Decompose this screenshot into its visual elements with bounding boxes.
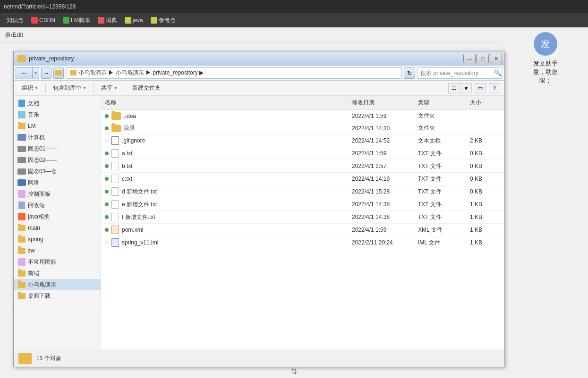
browser-bar: net/md/?articleId=12388/128 xyxy=(0,0,588,13)
share-label: 共享 xyxy=(101,84,112,92)
bookmark-label: 知识点 xyxy=(7,17,24,25)
new-folder-label: 新建文件夹 xyxy=(132,84,161,92)
minimize-button[interactable]: — xyxy=(463,54,476,63)
sidebar-item-17[interactable]: 桌面下载 xyxy=(14,290,101,302)
sidebar-label-10: java相关 xyxy=(28,213,50,221)
bottom-arrows: ⇅ xyxy=(291,367,297,376)
file-type-2: 文本文档 xyxy=(414,135,466,146)
sidebar-item-7[interactable]: 网络 xyxy=(14,177,101,188)
back-forward-group: ← ▼ xyxy=(16,67,39,79)
maximize-button[interactable]: □ xyxy=(477,54,489,63)
share-arrow: ▼ xyxy=(114,86,118,90)
sidebar-label-0: 文档 xyxy=(28,100,39,108)
sidebar-item-14[interactable]: 不常用图标 xyxy=(14,256,101,268)
sidebar-items: 文档音乐LM计算机固态01——固态02——固态03—仓网络控制面板回收站java… xyxy=(14,98,101,302)
toolbar-sep-3 xyxy=(125,84,125,93)
sidebar-icon-1 xyxy=(17,110,26,119)
file-name-2: .gitignore xyxy=(101,135,348,146)
share-button[interactable]: 共享 ▼ xyxy=(97,82,122,94)
sidebar-label-15: 前端 xyxy=(28,269,39,277)
file-name-text-6: d 新增文件.txt xyxy=(122,188,157,196)
title-bar-left: private_repository xyxy=(16,55,74,62)
close-button[interactable]: ✕ xyxy=(490,54,502,63)
sidebar-item-16[interactable]: 小乌龟演示 xyxy=(14,279,101,290)
table-row[interactable]: 目录2022/4/1 14:30文件夹 xyxy=(101,122,504,134)
sidebar-item-11[interactable]: main xyxy=(14,222,101,234)
sidebar-item-10[interactable]: java相关 xyxy=(14,211,101,222)
help-button[interactable]: ? xyxy=(489,83,500,93)
page-toolbar: 录/Edit xyxy=(0,27,588,42)
sidebar-icon-6 xyxy=(17,167,26,176)
bookmark-lm[interactable]: LM脚本 xyxy=(60,16,93,25)
refresh-button[interactable]: ↻ xyxy=(404,67,415,79)
table-row[interactable]: c.txt2022/4/1 14:19TXT 文件0 KB xyxy=(101,173,504,185)
include-library-label: 包含到库中 xyxy=(53,84,81,92)
sidebar-item-4[interactable]: 固态01—— xyxy=(14,143,101,154)
sidebar-icon-9 xyxy=(17,201,26,210)
view-details-button[interactable]: ▭ xyxy=(475,83,486,93)
sidebar-icon-2 xyxy=(17,122,26,130)
include-library-arrow: ▼ xyxy=(83,86,86,90)
file-date-9: 2022/4/1 1:59 xyxy=(348,225,414,235)
sidebar-icon-3 xyxy=(17,133,26,142)
table-row[interactable]: .idea2022/4/1 1:59文件夹 xyxy=(101,110,504,122)
bookmark-ref[interactable]: 参考点 xyxy=(148,16,179,25)
view-dropdown-button[interactable]: ▼ xyxy=(460,83,472,93)
bookmarks-bar: 知识点 CSDN LM脚本 词典 java 参考点 xyxy=(0,13,588,27)
table-row[interactable]: f 新增文件.txt2022/4/1 14:38TXT 文件1 KB xyxy=(101,211,504,224)
table-row[interactable]: a.txt2022/4/1 1:59TXT 文件0 KB xyxy=(101,147,504,160)
col-name[interactable]: 名称 xyxy=(101,97,348,108)
table-row[interactable]: e 新增文件.txt2022/4/1 14:38TXT 文件1 KB xyxy=(101,198,504,211)
table-row[interactable]: d 新增文件.txt2022/4/1 15:28TXT 文件0 KB xyxy=(101,185,504,198)
up-button[interactable] xyxy=(53,67,64,79)
page-toolbar-text: 录/Edit xyxy=(5,31,23,39)
sidebar-item-1[interactable]: 音乐 xyxy=(14,109,101,120)
address-path[interactable]: 小乌龟演示 ▶ 小乌龟演示 ▶ private_repository ▶ xyxy=(67,67,402,79)
svn-icon-0 xyxy=(105,114,109,118)
sidebar-label-1: 音乐 xyxy=(28,111,39,119)
view-list-button[interactable]: ☷ xyxy=(448,83,460,93)
sidebar-item-6[interactable]: 固态03—仓 xyxy=(14,166,101,177)
sidebar-item-13[interactable]: zw xyxy=(14,245,101,256)
sidebar-icon-12 xyxy=(17,235,26,244)
java-bm-icon xyxy=(125,17,131,24)
sidebar-item-0[interactable]: 文档 xyxy=(14,98,101,109)
table-row[interactable]: pom.xml2022/4/1 1:59XML 文件1 KB xyxy=(101,224,504,236)
col-size[interactable]: 大小 xyxy=(466,97,504,108)
search-input[interactable] xyxy=(418,70,494,76)
explorer-window: private_repository — □ ✕ ← ▼ → 小乌龟演示 ▶ 小… xyxy=(13,51,504,367)
search-button[interactable]: 🔍 xyxy=(494,68,502,78)
include-library-button[interactable]: 包含到库中 ▼ xyxy=(49,82,91,94)
bookmark-csdn[interactable]: CSDN xyxy=(28,16,58,25)
table-row[interactable]: b.txt2022/4/1 2:57TXT 文件0 KB xyxy=(101,160,504,173)
forward-button[interactable]: → xyxy=(41,67,51,79)
sidebar-item-5[interactable]: 固态02—— xyxy=(14,154,101,166)
new-folder-button[interactable]: 新建文件夹 xyxy=(128,82,165,94)
sidebar-item-2[interactable]: LM xyxy=(14,120,101,132)
sidebar-item-15[interactable]: 前端 xyxy=(14,268,101,279)
back-button[interactable]: ← xyxy=(16,67,33,79)
path-text: 小乌龟演示 ▶ 小乌龟演示 ▶ private_repository ▶ xyxy=(78,69,204,77)
file-name-6: d 新增文件.txt xyxy=(101,186,348,197)
sidebar-item-8[interactable]: 控制面板 xyxy=(14,188,101,200)
organize-button[interactable]: 组织 ▼ xyxy=(17,82,43,94)
col-date[interactable]: 修改日期 xyxy=(348,97,414,108)
sidebar-icon-17 xyxy=(17,292,26,300)
search-box[interactable]: 🔍 xyxy=(417,67,502,79)
sidebar-item-9[interactable]: 回收站 xyxy=(14,200,101,211)
csdn-icon xyxy=(31,17,38,24)
file-name-10: spring_v11.iml xyxy=(101,237,348,248)
bookmark-zhishidian[interactable]: 知识点 xyxy=(4,16,26,25)
file-date-0: 2022/4/1 1:59 xyxy=(348,111,414,121)
back-dropdown[interactable]: ▼ xyxy=(33,67,39,79)
sidebar-item-12[interactable]: spring xyxy=(14,234,101,245)
sidebar-item-3[interactable]: 计算机 xyxy=(14,132,101,143)
bookmark-label: 词典 xyxy=(106,17,117,25)
toolbar: 组织 ▼ 包含到库中 ▼ 共享 ▼ 新建文件夹 ☷ ▼ ▭ ? xyxy=(14,81,504,96)
bookmark-java[interactable]: java xyxy=(122,16,146,25)
file-icon-5 xyxy=(111,175,119,183)
table-row[interactable]: .gitignore2022/4/1 14:52文本文档2 KB xyxy=(101,134,504,147)
table-row[interactable]: spring_v11.iml2022/2/11 20:24IML 文件1 KB xyxy=(101,236,504,249)
col-type[interactable]: 类型 xyxy=(414,97,466,108)
bookmark-dict[interactable]: 词典 xyxy=(95,16,120,25)
